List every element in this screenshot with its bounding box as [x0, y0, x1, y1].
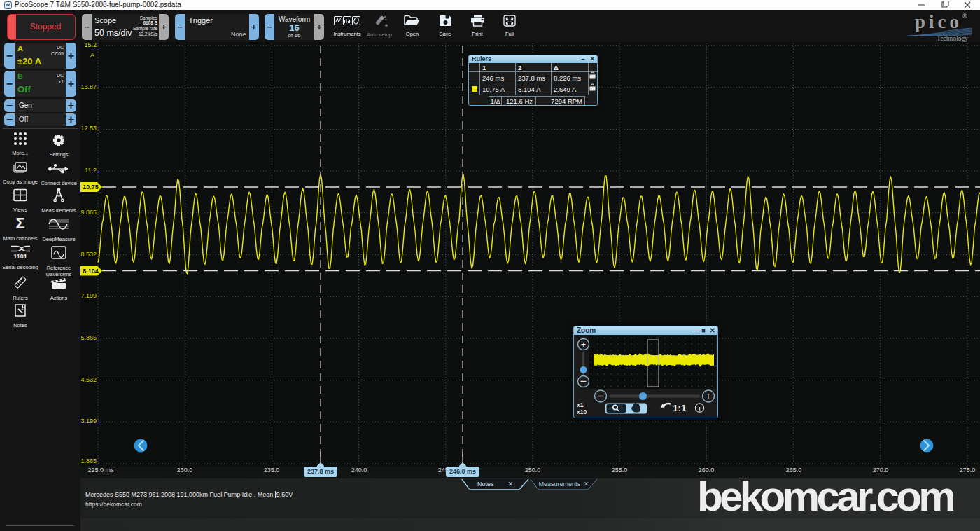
svg-text:237.8 ms: 237.8 ms [518, 74, 545, 82]
svg-text:1:1: 1:1 [673, 403, 687, 413]
svg-text:1/Δ: 1/Δ [491, 97, 501, 105]
svg-text:x1: x1 [577, 401, 584, 408]
svg-text:+: + [706, 392, 710, 401]
svg-text:x10: x10 [577, 408, 587, 415]
svg-text:121.6 Hz: 121.6 Hz [506, 97, 533, 105]
svg-text:+: + [581, 340, 586, 350]
svg-text:i: i [699, 405, 701, 412]
svg-text:10.75 A: 10.75 A [482, 85, 505, 93]
svg-text:8.226 ms: 8.226 ms [554, 74, 581, 82]
svg-text:1: 1 [482, 64, 486, 71]
svg-text:Σ: Σ [15, 216, 24, 231]
svg-text:Δ: Δ [554, 64, 559, 71]
svg-text:2.649 A: 2.649 A [554, 85, 577, 93]
svg-text:1101: 1101 [13, 253, 27, 260]
svg-text:7294 RPM: 7294 RPM [551, 97, 582, 105]
svg-text:246 ms: 246 ms [482, 74, 504, 82]
svg-text:8.104 A: 8.104 A [518, 85, 541, 93]
svg-text:2: 2 [518, 64, 522, 71]
